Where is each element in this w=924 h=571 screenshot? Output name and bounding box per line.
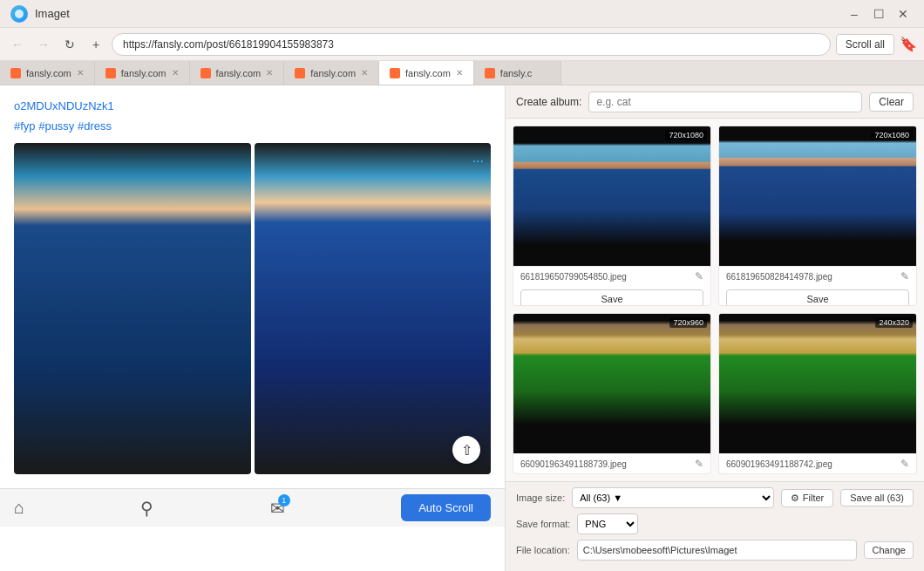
home-icon[interactable]: ⌂ xyxy=(14,498,24,518)
browser-bottom-toolbar: ⌂ ⚲ ✉ 1 Auto Scroll xyxy=(0,488,505,527)
back-button[interactable]: ← xyxy=(7,34,28,55)
app-title: Imaget xyxy=(35,7,70,20)
tab-label-1: fansly.com xyxy=(26,68,71,78)
thumbnail-card-4: 240x320 660901963491188742.jpeg ✎ xyxy=(718,313,917,474)
window-controls: – ☐ ✕ xyxy=(844,3,914,24)
save-all-button[interactable]: Save all (63) xyxy=(840,489,914,506)
tabs-bar: fansly.com ✕ fansly.com ✕ fansly.com ✕ f… xyxy=(0,61,924,85)
tab-favicon-2 xyxy=(105,68,116,78)
page-image-right-bg xyxy=(255,143,492,474)
thumbnail-size-2: 720x1080 xyxy=(871,130,913,140)
tab-favicon-1 xyxy=(10,68,21,78)
thumbnail-image-1: 720x1080 xyxy=(513,126,710,266)
thumbnail-filename-1: 661819650799054850.jpeg xyxy=(520,272,627,282)
edit-filename-icon-2[interactable]: ✎ xyxy=(900,270,909,282)
page-tags: #fyp #pussy #dress xyxy=(14,119,491,133)
browser-content: o2MDUxNDUzNzk1 #fyp #pussy #dress ... ⇧ … xyxy=(0,85,506,571)
thumbnail-card-1: 720x1080 661819650799054850.jpeg ✎ Save xyxy=(513,126,711,306)
thumbnail-filename-row-1: 661819650799054850.jpeg ✎ xyxy=(513,266,710,286)
edit-filename-icon-4[interactable]: ✎ xyxy=(900,458,909,470)
thumbnail-image-3: 720x960 xyxy=(513,314,710,453)
tab-favicon-4 xyxy=(295,68,305,78)
thumbnail-size-4: 240x320 xyxy=(875,317,913,328)
file-location-label: File location: xyxy=(516,545,570,555)
tab-label-3: fansly.com xyxy=(216,68,262,78)
footer-row-3: File location: Change xyxy=(516,540,914,561)
minimize-button[interactable]: – xyxy=(844,3,865,24)
titlebar-left: Imaget xyxy=(10,5,70,23)
page-image-right: ... ⇧ xyxy=(255,143,492,474)
tab-label-4: fansly.com xyxy=(310,68,356,78)
panel-header: Create album: Clear xyxy=(506,85,924,119)
forward-button[interactable]: → xyxy=(33,34,54,55)
page-link[interactable]: o2MDUxNDUzNzk1 xyxy=(14,99,491,112)
tab-close-3[interactable]: ✕ xyxy=(266,68,273,78)
thumbnail-save-button-2[interactable]: Save xyxy=(726,289,909,306)
browser-toolbar: ← → ↻ + Scroll all 🔖 xyxy=(0,28,924,61)
close-button[interactable]: ✕ xyxy=(893,3,914,24)
address-bar[interactable] xyxy=(112,33,831,56)
tab-favicon-3 xyxy=(200,68,211,78)
thumbnail-save-button-1[interactable]: Save xyxy=(520,289,703,306)
tab-5[interactable]: fansly.com ✕ xyxy=(379,61,474,85)
right-panel: Create album: Clear 720x1080 66181965079… xyxy=(506,85,924,571)
new-tab-button[interactable]: + xyxy=(85,34,106,55)
page-content: o2MDUxNDUzNzk1 #fyp #pussy #dress ... ⇧ xyxy=(0,85,505,488)
page-image-left xyxy=(14,143,251,474)
change-button[interactable]: Change xyxy=(864,541,914,559)
filter-label: Filter xyxy=(803,493,824,503)
app-logo xyxy=(10,5,28,23)
auto-scroll-button[interactable]: Auto Scroll xyxy=(401,494,491,521)
mail-icon[interactable]: ✉ 1 xyxy=(270,498,285,519)
thumbnail-card-2: 720x1080 661819650828414978.jpeg ✎ Save xyxy=(718,126,917,306)
scroll-all-button[interactable]: Scroll all xyxy=(836,34,894,55)
tab-4[interactable]: fansly.com ✕ xyxy=(284,61,379,85)
filter-button[interactable]: ⚙ Filter xyxy=(781,489,833,507)
svg-point-0 xyxy=(15,10,24,18)
thumbnail-filename-4: 660901963491188742.jpeg xyxy=(726,459,832,469)
tab-3[interactable]: fansly.com ✕ xyxy=(190,61,285,85)
album-label: Create album: xyxy=(516,96,581,108)
tab-label-5: fansly.com xyxy=(405,68,451,78)
edit-filename-icon-3[interactable]: ✎ xyxy=(695,458,703,470)
scroll-up-button[interactable]: ⇧ xyxy=(452,436,480,464)
image-size-select[interactable]: All (63) ▼ xyxy=(572,487,774,508)
tab-2[interactable]: fansly.com ✕ xyxy=(95,61,190,85)
edit-filename-icon-1[interactable]: ✎ xyxy=(695,270,703,282)
filter-icon: ⚙ xyxy=(791,493,799,504)
thumbnail-filename-row-3: 660901963491188739.jpeg ✎ xyxy=(513,453,710,473)
tab-favicon-6 xyxy=(485,68,495,78)
tab-label-2: fansly.com xyxy=(121,68,166,78)
more-options-button[interactable]: ... xyxy=(472,150,484,166)
thumbnail-filename-2: 661819650828414978.jpeg xyxy=(726,272,832,282)
file-location-input[interactable] xyxy=(577,540,858,561)
search-icon[interactable]: ⚲ xyxy=(140,498,153,519)
maximize-button[interactable]: ☐ xyxy=(868,3,889,24)
album-input[interactable] xyxy=(588,92,862,112)
bookmark-icon[interactable]: 🔖 xyxy=(900,36,917,52)
tab-close-2[interactable]: ✕ xyxy=(172,68,179,78)
tab-close-1[interactable]: ✕ xyxy=(77,68,84,78)
refresh-button[interactable]: ↻ xyxy=(59,34,80,55)
footer-row-2: Save format: PNGJPEGWEBP xyxy=(516,513,914,534)
thumbnail-image-4: 240x320 xyxy=(719,314,916,453)
image-size-label: Image size: xyxy=(516,493,565,503)
image-grid: ... ⇧ xyxy=(14,143,491,474)
tab-1[interactable]: fansly.com ✕ xyxy=(0,61,95,85)
titlebar: Imaget – ☐ ✕ xyxy=(0,0,924,28)
main-container: o2MDUxNDUzNzk1 #fyp #pussy #dress ... ⇧ … xyxy=(0,85,924,571)
tab-close-4[interactable]: ✕ xyxy=(361,68,368,78)
save-format-label: Save format: xyxy=(516,519,570,529)
clear-button[interactable]: Clear xyxy=(869,92,914,112)
tab-6[interactable]: fansly.c xyxy=(474,61,561,85)
tab-label-6: fansly.c xyxy=(500,68,532,78)
tab-close-5[interactable]: ✕ xyxy=(456,68,463,78)
footer-row-1: Image size: All (63) ▼ ⚙ Filter Save all… xyxy=(516,487,914,508)
tab-favicon-5 xyxy=(390,68,400,78)
mail-badge: 1 xyxy=(278,494,290,506)
panel-footer: Image size: All (63) ▼ ⚙ Filter Save all… xyxy=(506,481,924,571)
thumbnail-filename-row-2: 661819650828414978.jpeg ✎ xyxy=(719,266,916,286)
save-format-select[interactable]: PNGJPEGWEBP xyxy=(577,513,638,534)
thumbnail-size-3: 720x960 xyxy=(669,317,707,328)
thumbnails-grid: 720x1080 661819650799054850.jpeg ✎ Save … xyxy=(506,119,924,481)
